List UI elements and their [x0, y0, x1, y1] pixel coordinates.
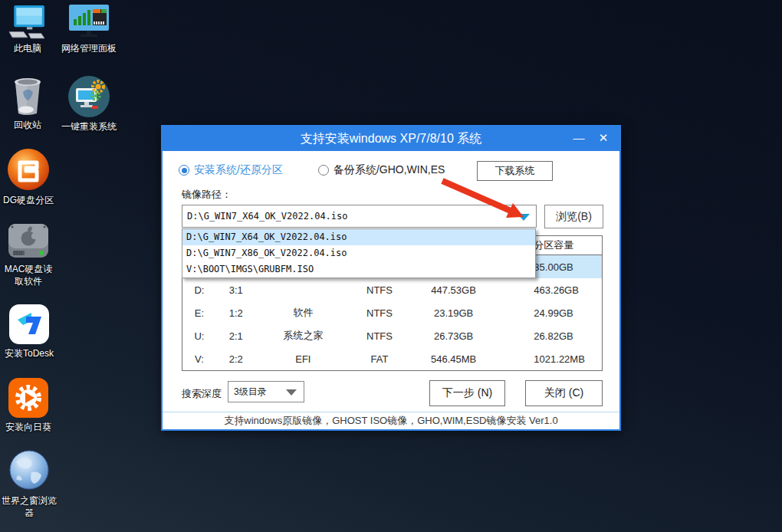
desktop-icon-world-window-browser[interactable]: 世界之窗浏览器 — [2, 449, 57, 519]
desktop-icon-label: 一键重装系统 — [61, 121, 117, 133]
next-step-button[interactable]: 下一步 (N) — [429, 380, 505, 406]
dialog-title: 支持安装windows XP/7/8/10 系统 — [301, 132, 482, 145]
desktop-icon-label: 世界之窗浏览器 — [2, 495, 57, 519]
recycle-bin-icon — [12, 75, 44, 117]
desktop-icon-label: MAC硬盘读取软件 — [2, 264, 55, 287]
mac-disk-reader-icon — [8, 221, 49, 261]
search-depth-value: 3级目录 — [228, 386, 267, 399]
download-system-button[interactable]: 下载系统 — [477, 161, 553, 181]
desktop-icon-label: 网络管理面板 — [61, 43, 117, 55]
desktop-icon-mac-disk-reader[interactable]: MAC硬盘读取软件 — [2, 221, 55, 287]
partition-row[interactable]: U: 2:1 系统之家 NTFS 26.73GB 26.82GB — [182, 324, 602, 347]
sunlogin-icon — [8, 377, 49, 419]
one-key-reinstall-icon — [67, 75, 111, 118]
this-pc-icon — [8, 5, 48, 40]
desktop-icon-label: 安装向日葵 — [5, 422, 51, 434]
iso-dropdown-item[interactable]: V:\BOOT\IMGS\GRUBFM.ISO — [182, 261, 535, 277]
dialog-titlebar[interactable]: 支持安装windows XP/7/8/10 系统 — ✕ — [163, 126, 619, 151]
close-window-button[interactable]: ✕ — [593, 126, 613, 151]
dialog-footer-text: 支持windows原版镜像，GHOST ISO镜像，GHO,WIM,ESD镜像安… — [163, 412, 619, 429]
todesk-icon — [8, 304, 50, 345]
minimize-button[interactable]: — — [569, 126, 589, 151]
iso-dropdown-list: D:\G_WIN7_X64_OK_V2022.04.iso D:\G_WIN7_… — [182, 228, 536, 278]
image-path-input[interactable]: D:\G_WIN7_X64_OK_V2022.04.iso — [182, 205, 537, 228]
desktop-icon-label: DG硬盘分区 — [3, 195, 54, 207]
search-depth-arrow-icon — [286, 389, 297, 396]
partition-row[interactable]: E: 1:2 软件 NTFS 23.19GB 24.99GB — [182, 301, 602, 324]
partition-row[interactable]: V: 2:2 EFI FAT 546.45MB 1021.22MB — [182, 347, 602, 370]
desktop-icon-label: 此电脑 — [14, 43, 41, 55]
image-path-label: 镜像路径： — [182, 188, 232, 202]
iso-dropdown-item[interactable]: D:\G_WIN7_X86_OK_V2022.04.iso — [182, 245, 535, 261]
partition-row[interactable]: D: 3:1 NTFS 447.53GB 463.26GB — [182, 278, 602, 301]
desktop-icon-recycle-bin[interactable]: 回收站 — [3, 75, 52, 132]
radio-unselected-icon[interactable] — [318, 165, 329, 176]
browse-button[interactable]: 浏览(B) — [544, 205, 603, 228]
radio-install-restore[interactable]: 安装系统/还原分区 — [179, 163, 310, 177]
dialog-body: 安装系统/还原分区 备份系统/GHO,WIN,ES 下载系统 镜像路径： 分区容… — [163, 151, 619, 429]
image-path-value: D:\G_WIN7_X64_OK_V2022.04.iso — [182, 211, 348, 222]
radio-selected-icon[interactable] — [179, 165, 189, 176]
radio-install-label[interactable]: 安装系统/还原分区 — [194, 163, 283, 177]
install-dialog: 支持安装windows XP/7/8/10 系统 — ✕ 安装系统/还原分区 备… — [161, 125, 621, 431]
close-dialog-button[interactable]: 关闭 (C) — [525, 380, 603, 406]
network-panel-icon — [67, 5, 110, 40]
desktop-icon-one-key-reinstall[interactable]: 一键重装系统 — [54, 75, 124, 133]
world-window-browser-icon — [8, 449, 50, 492]
radio-backup[interactable]: 备份系统/GHO,WIN,ES — [318, 163, 445, 177]
desktop-icon-sunlogin[interactable]: 安装向日葵 — [2, 377, 55, 434]
desktop-icon-diskgenius[interactable]: DG硬盘分区 — [0, 147, 57, 207]
desktop-icon-network-panel[interactable]: 网络管理面板 — [55, 5, 123, 55]
iso-dropdown-item[interactable]: D:\G_WIN7_X64_OK_V2022.04.iso — [182, 229, 535, 245]
desktop-icon-label: 回收站 — [14, 120, 41, 132]
search-depth-label: 搜索深度 — [182, 387, 222, 401]
search-depth-select[interactable]: 3级目录 — [228, 381, 304, 402]
diskgenius-icon — [7, 147, 50, 192]
desktop-icon-this-pc[interactable]: 此电脑 — [2, 5, 54, 55]
desktop-icon-todesk[interactable]: 安装ToDesk — [0, 304, 58, 360]
path-dropdown-arrow-icon[interactable] — [518, 214, 530, 221]
radio-backup-label[interactable]: 备份系统/GHO,WIN,ES — [334, 163, 445, 177]
desktop-icon-label: 安装ToDesk — [5, 348, 54, 360]
